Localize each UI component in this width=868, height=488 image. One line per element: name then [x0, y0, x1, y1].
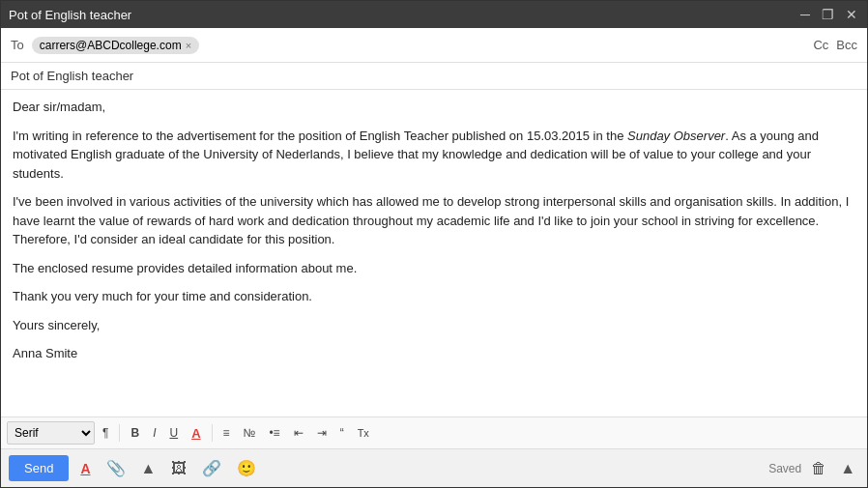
attach-file-button[interactable]: 📎 [102, 457, 130, 479]
para2: I've been involved in various activities… [13, 192, 855, 249]
divider-2 [212, 424, 213, 442]
indent-increase-button[interactable]: ⇥ [311, 421, 333, 445]
paragraph-icon: ¶ [102, 426, 108, 440]
insert-photo-button[interactable]: 🖼 [167, 458, 190, 479]
link-icon: 🔗 [202, 459, 221, 477]
recipient-email: carrers@ABCDcollege.com [40, 39, 182, 52]
divider-1 [119, 424, 120, 442]
format-text-icon: A [80, 461, 90, 476]
indent-decrease-button[interactable]: ⇤ [288, 421, 309, 445]
trash-icon: 🗑 [811, 460, 826, 477]
paragraph-format-button[interactable]: ¶ [97, 421, 114, 445]
title-bar: Pot of English teacher ─ ❐ ✕ [1, 1, 867, 28]
subject-text: Pot of English teacher [11, 69, 133, 83]
restore-button[interactable]: ❐ [820, 8, 836, 21]
formatting-toolbar: Serif Sans-serif Monospace ¶ B I U A [1, 416, 867, 448]
para4: Thank you very much for your time and co… [13, 287, 855, 306]
recipient-chip: carrers@ABCDcollege.com × [32, 37, 199, 54]
bold-button[interactable]: B [125, 421, 145, 445]
align-icon: ≡ [223, 426, 230, 440]
para1: I'm writing in reference to the advertis… [13, 127, 855, 184]
to-label: To [11, 38, 24, 52]
chevron-up-icon: ▲ [840, 460, 855, 477]
minimize-button[interactable]: ─ [798, 8, 812, 21]
close-button[interactable]: ✕ [844, 8, 859, 21]
insert-link-button[interactable]: 🔗 [198, 457, 225, 479]
bullet-list-icon: •≡ [269, 426, 279, 440]
para1-before: I'm writing in reference to the advertis… [13, 129, 627, 143]
cc-bcc: Cc Bcc [813, 38, 857, 52]
emoji-icon: 🙂 [237, 459, 256, 477]
italic-icon: I [153, 426, 156, 440]
title-bar-left: Pot of English teacher [9, 8, 131, 22]
italic-button[interactable]: I [147, 421, 161, 445]
greeting: Dear sir/madam, [13, 98, 855, 117]
font-color-button[interactable]: A [186, 421, 206, 445]
underline-button[interactable]: U [163, 421, 184, 445]
quote-icon: “ [340, 426, 344, 440]
clear-format-button[interactable]: Tx [352, 421, 375, 445]
para3: The enclosed resume provides detailed in… [13, 259, 855, 278]
subject-row: Pot of English teacher [1, 63, 867, 90]
attach-icon: 📎 [106, 459, 126, 477]
title-bar-controls: ─ ❐ ✕ [798, 8, 859, 21]
sender-name: Anna Smite [13, 344, 855, 363]
para1-italic: Sunday Observer [627, 129, 725, 143]
cc-button[interactable]: Cc [813, 38, 828, 52]
to-row: To carrers@ABCDcollege.com × Cc Bcc [1, 28, 867, 63]
compose-body: To carrers@ABCDcollege.com × Cc Bcc Pot … [1, 28, 867, 487]
recipient-remove-button[interactable]: × [186, 40, 191, 51]
align-button[interactable]: ≡ [217, 421, 236, 445]
font-color-icon: A [191, 426, 200, 441]
insert-emoji-button[interactable]: 🙂 [233, 457, 260, 479]
email-content-area[interactable]: Dear sir/madam, I'm writing in reference… [1, 90, 867, 416]
bold-icon: B [130, 426, 139, 440]
underline-icon: U [169, 426, 178, 440]
compose-window: Pot of English teacher ─ ❐ ✕ To carrers@… [0, 0, 868, 488]
saved-label: Saved [768, 462, 801, 475]
bottom-bar: Send A 📎 ▲ 🖼 🔗 🙂 Saved 🗑 [1, 448, 867, 487]
quote-button[interactable]: “ [334, 421, 350, 445]
saved-status: Saved 🗑 ▲ [768, 458, 859, 479]
photo-icon: 🖼 [171, 460, 187, 477]
bcc-button[interactable]: Bcc [836, 38, 857, 52]
clear-format-icon: Tx [358, 427, 369, 439]
indent-increase-icon: ⇥ [317, 426, 327, 440]
delete-button[interactable]: 🗑 [807, 458, 830, 479]
google-drive-button[interactable]: ▲ [137, 458, 160, 479]
window-title: Pot of English teacher [9, 8, 131, 22]
font-family-select[interactable]: Serif Sans-serif Monospace [7, 421, 95, 445]
format-text-button[interactable]: A [76, 459, 94, 478]
closing: Yours sincerely, [13, 316, 855, 335]
numbered-list-icon: № [244, 426, 256, 440]
numbered-list-button[interactable]: № [238, 421, 262, 445]
bullet-list-button[interactable]: •≡ [263, 421, 285, 445]
send-button[interactable]: Send [9, 455, 69, 481]
drive-icon: ▲ [141, 460, 157, 477]
indent-decrease-icon: ⇤ [294, 426, 304, 440]
more-options-button[interactable]: ▲ [836, 458, 859, 479]
